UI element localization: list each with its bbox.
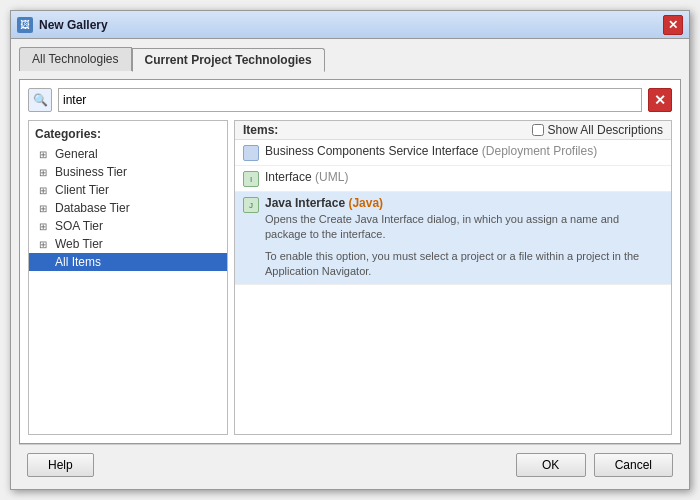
items-label: Items: bbox=[243, 123, 532, 137]
item-description: Opens the Create Java Interface dialog, … bbox=[265, 212, 663, 243]
search-clear-button[interactable]: ✕ bbox=[648, 88, 672, 112]
item-tag: (UML) bbox=[315, 170, 348, 184]
show-all-descriptions[interactable]: Show All Descriptions bbox=[532, 123, 663, 137]
category-label: All Items bbox=[55, 255, 101, 269]
expand-icon: ⊞ bbox=[39, 185, 53, 196]
category-label: Business Tier bbox=[55, 165, 127, 179]
content-area: 🔍 ✕ Categories: ⊞ General ⊞ Business Tie… bbox=[19, 79, 681, 444]
category-business-tier[interactable]: ⊞ Business Tier bbox=[29, 163, 227, 181]
search-bar: 🔍 ✕ bbox=[28, 88, 672, 112]
footer-buttons: OK Cancel bbox=[94, 453, 673, 477]
show-all-checkbox[interactable] bbox=[532, 124, 544, 136]
tab-current-project[interactable]: Current Project Technologies bbox=[132, 48, 325, 72]
category-general[interactable]: ⊞ General bbox=[29, 145, 227, 163]
categories-header: Categories: bbox=[29, 125, 227, 145]
item-icon-java: J bbox=[243, 197, 259, 213]
category-database-tier[interactable]: ⊞ Database Tier bbox=[29, 199, 227, 217]
category-label: Client Tier bbox=[55, 183, 109, 197]
item-row-interface-uml[interactable]: I Interface (UML) bbox=[235, 166, 671, 192]
ok-button[interactable]: OK bbox=[516, 453, 586, 477]
category-label: Web Tier bbox=[55, 237, 103, 251]
expand-icon: ⊞ bbox=[39, 221, 53, 232]
footer: Help OK Cancel bbox=[19, 444, 681, 481]
category-label: General bbox=[55, 147, 98, 161]
expand-icon: ⊞ bbox=[39, 167, 53, 178]
item-row-biz-components[interactable]: Business Components Service Interface (D… bbox=[235, 140, 671, 166]
item-text: Java Interface (Java) Opens the Create J… bbox=[265, 196, 663, 280]
item-icon-biz bbox=[243, 145, 259, 161]
title-bar: 🖼 New Gallery ✕ bbox=[11, 11, 689, 39]
main-panels: Categories: ⊞ General ⊞ Business Tier ⊞ … bbox=[28, 120, 672, 435]
window-icon: 🖼 bbox=[17, 17, 33, 33]
item-name: Business Components Service Interface (D… bbox=[265, 144, 597, 158]
item-note: To enable this option, you must select a… bbox=[265, 249, 663, 280]
item-row-java-interface[interactable]: J Java Interface (Java) Opens the Create… bbox=[235, 192, 671, 285]
tab-all-technologies[interactable]: All Technologies bbox=[19, 47, 132, 71]
help-button[interactable]: Help bbox=[27, 453, 94, 477]
dialog-body: All Technologies Current Project Technol… bbox=[11, 39, 689, 489]
show-all-label: Show All Descriptions bbox=[548, 123, 663, 137]
expand-icon: ⊞ bbox=[39, 149, 53, 160]
tab-bar: All Technologies Current Project Technol… bbox=[19, 47, 681, 71]
item-tag: (Deployment Profiles) bbox=[482, 144, 597, 158]
item-text: Interface (UML) bbox=[265, 170, 663, 184]
item-name-bold: Java Interface bbox=[265, 196, 345, 210]
new-gallery-window: 🖼 New Gallery ✕ All Technologies Current… bbox=[10, 10, 690, 490]
window-title: New Gallery bbox=[39, 18, 663, 32]
category-label: SOA Tier bbox=[55, 219, 103, 233]
item-java-tag: (Java) bbox=[348, 196, 383, 210]
category-all-items[interactable]: All Items bbox=[29, 253, 227, 271]
items-header: Items: Show All Descriptions bbox=[235, 121, 671, 140]
search-input[interactable] bbox=[58, 88, 642, 112]
cancel-button[interactable]: Cancel bbox=[594, 453, 673, 477]
expand-icon: ⊞ bbox=[39, 203, 53, 214]
footer-help-area: Help bbox=[27, 453, 94, 477]
category-client-tier[interactable]: ⊞ Client Tier bbox=[29, 181, 227, 199]
item-name: Java Interface (Java) bbox=[265, 196, 383, 210]
category-web-tier[interactable]: ⊞ Web Tier bbox=[29, 235, 227, 253]
close-button[interactable]: ✕ bbox=[663, 15, 683, 35]
expand-icon: ⊞ bbox=[39, 239, 53, 250]
item-icon-interface: I bbox=[243, 171, 259, 187]
item-name: Interface (UML) bbox=[265, 170, 348, 184]
item-text: Business Components Service Interface (D… bbox=[265, 144, 663, 158]
items-panel: Items: Show All Descriptions Business Co… bbox=[234, 120, 672, 435]
search-icon: 🔍 bbox=[28, 88, 52, 112]
categories-panel: Categories: ⊞ General ⊞ Business Tier ⊞ … bbox=[28, 120, 228, 435]
category-soa-tier[interactable]: ⊞ SOA Tier bbox=[29, 217, 227, 235]
expand-icon bbox=[39, 257, 53, 268]
category-label: Database Tier bbox=[55, 201, 130, 215]
